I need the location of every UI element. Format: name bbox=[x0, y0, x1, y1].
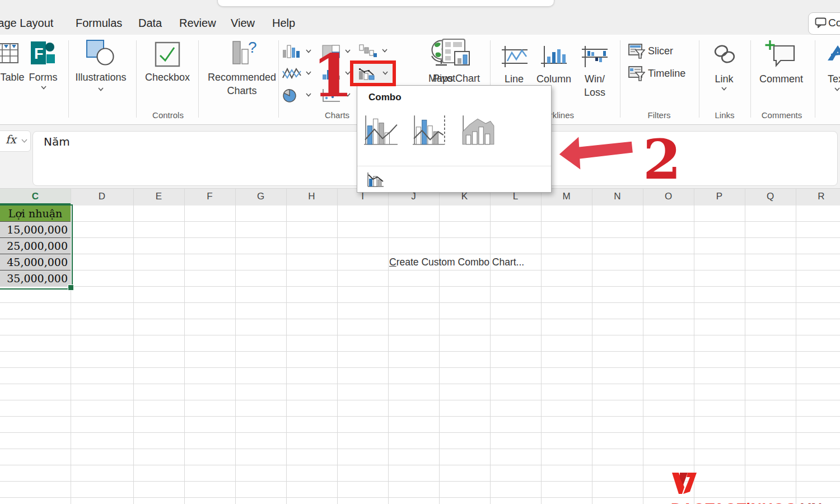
timeline-label: Timeline bbox=[648, 68, 685, 80]
forms-icon: F bbox=[30, 58, 56, 68]
column-header-R[interactable]: R bbox=[796, 191, 840, 202]
column-header-D[interactable]: D bbox=[71, 191, 133, 202]
create-custom-combo-chart-label: Create Custom Combo Chart... bbox=[389, 256, 524, 268]
winloss-sparkline-icon bbox=[581, 60, 608, 70]
annotation-arrow-left-icon bbox=[556, 128, 637, 182]
group-separator bbox=[198, 40, 199, 118]
slicer-button[interactable] bbox=[628, 44, 645, 62]
combo-thumb-stacked-area-clustered-column[interactable] bbox=[460, 114, 498, 151]
line-chart-chevron-down-icon[interactable] bbox=[306, 71, 311, 76]
column-header-C-underline bbox=[0, 203, 71, 205]
gridline-vertical bbox=[541, 188, 542, 504]
cell-value-row-4[interactable]: 35,000,000 bbox=[0, 270, 71, 287]
text-label: Text bbox=[828, 73, 840, 85]
checkbox-label: Checkbox bbox=[139, 72, 195, 83]
waterfall-chart-chevron-down-icon[interactable] bbox=[382, 49, 387, 54]
gridline-vertical bbox=[286, 188, 287, 504]
column-header-M[interactable]: M bbox=[541, 191, 592, 202]
checkbox-button[interactable] bbox=[155, 41, 180, 69]
fx-chevron-down-icon[interactable] bbox=[21, 139, 26, 144]
pivotchart-icon bbox=[441, 60, 472, 70]
waterfall-chart-icon bbox=[358, 44, 377, 58]
recommended-charts-button[interactable]: ? bbox=[230, 39, 258, 71]
illustrations-icon bbox=[85, 59, 115, 69]
insert-pie-chart-button[interactable] bbox=[282, 88, 298, 105]
insert-column-chart-button[interactable] bbox=[282, 45, 301, 60]
column-header-N[interactable]: N bbox=[592, 191, 643, 202]
comment-button[interactable] bbox=[765, 39, 796, 71]
sheet-grid[interactable] bbox=[0, 206, 840, 504]
forms-button[interactable]: F bbox=[30, 40, 56, 68]
link-chevron-down-icon[interactable] bbox=[721, 87, 726, 92]
column-header-Q[interactable]: Q bbox=[745, 191, 796, 202]
column-chart-chevron-down-icon[interactable] bbox=[306, 49, 311, 54]
selected-range: Lợi nhuận 15,000,00025,000,00045,000,000… bbox=[0, 206, 71, 287]
line-sparkline-icon bbox=[501, 60, 528, 70]
combo-dropdown-title: Combo bbox=[368, 92, 402, 103]
cell-header-loi-nhuan[interactable]: Lợi nhuận bbox=[0, 206, 71, 222]
tab-help[interactable]: Help bbox=[272, 17, 295, 31]
combo-chart-icon bbox=[358, 67, 376, 83]
column-header-J[interactable]: J bbox=[388, 191, 439, 202]
column-header-E[interactable]: E bbox=[133, 191, 184, 202]
charts-group-label: Charts bbox=[316, 110, 358, 120]
gridline-vertical bbox=[490, 188, 491, 504]
illustrations-button[interactable] bbox=[85, 39, 115, 69]
slicer-label: Slicer bbox=[648, 45, 673, 57]
column-header-H[interactable]: H bbox=[286, 191, 337, 202]
recommended-charts-label-1: Recommended bbox=[203, 72, 281, 83]
column-header-K[interactable]: K bbox=[439, 191, 490, 202]
column-sparkline-button[interactable] bbox=[540, 45, 567, 71]
column-sparkline-icon bbox=[540, 60, 567, 70]
formula-value: Năm bbox=[44, 135, 70, 148]
insert-waterfall-chart-button[interactable] bbox=[358, 44, 377, 60]
tab-data[interactable]: Data bbox=[138, 17, 162, 31]
watermark-text: DAOTAOTiNHOC bbox=[671, 501, 796, 504]
column-sparkline-label: Column bbox=[531, 73, 576, 85]
checkbox-icon bbox=[155, 59, 180, 69]
combo-thumb-clustered-column-line-secondary-axis[interactable] bbox=[412, 114, 450, 151]
cell-value-row-1[interactable]: 15,000,000 bbox=[0, 222, 71, 238]
pivotchart-button[interactable] bbox=[441, 38, 472, 71]
selection-fill-handle[interactable] bbox=[68, 284, 74, 291]
table-icon bbox=[0, 57, 19, 67]
text-chevron-down-icon[interactable] bbox=[834, 87, 839, 92]
timeline-button[interactable] bbox=[628, 66, 645, 84]
links-group-label: Links bbox=[702, 110, 747, 120]
pie-chart-chevron-down-icon[interactable] bbox=[306, 93, 311, 98]
tab-review[interactable]: Review bbox=[179, 17, 216, 31]
link-button[interactable] bbox=[711, 43, 738, 69]
illustrations-chevron-down-icon[interactable] bbox=[98, 87, 103, 92]
tab-view[interactable]: View bbox=[231, 17, 255, 31]
group-separator bbox=[136, 40, 137, 118]
column-header-I[interactable]: I bbox=[337, 191, 388, 202]
winloss-sparkline-button[interactable] bbox=[581, 45, 608, 71]
illustrations-label: Illustrations bbox=[67, 72, 134, 83]
link-label: Link bbox=[702, 73, 746, 85]
combo-thumb-clustered-column-line[interactable] bbox=[363, 114, 401, 151]
text-button[interactable] bbox=[827, 44, 840, 65]
group-separator bbox=[815, 40, 815, 118]
cell-value-row-3[interactable]: 45,000,000 bbox=[0, 254, 71, 270]
recommended-charts-icon: ? bbox=[230, 60, 258, 70]
tab-formulas[interactable]: Formulas bbox=[76, 17, 122, 31]
search-box[interactable] bbox=[217, 0, 554, 7]
insert-combo-chart-button[interactable] bbox=[353, 64, 393, 83]
column-header-L[interactable]: L bbox=[490, 191, 541, 202]
recommended-charts-label-2: Charts bbox=[203, 85, 281, 97]
insert-line-chart-button[interactable] bbox=[282, 67, 301, 82]
column-header-O[interactable]: O bbox=[643, 191, 694, 202]
combo-chart-chevron-down-icon[interactable] bbox=[382, 71, 388, 76]
line-sparkline-button[interactable] bbox=[501, 45, 528, 71]
column-header-F[interactable]: F bbox=[184, 191, 235, 202]
column-header-G[interactable]: G bbox=[235, 191, 286, 202]
column-header-C-letter[interactable]: C bbox=[0, 191, 71, 202]
winloss-sparkline-label-2: Loss bbox=[572, 87, 617, 99]
tab-page-layout[interactable]: Page Layout bbox=[0, 17, 53, 31]
group-separator bbox=[699, 40, 699, 118]
create-custom-combo-chart-item[interactable]: Create Custom Combo Chart... bbox=[357, 169, 551, 191]
cell-value-row-2[interactable]: 25,000,000 bbox=[0, 238, 71, 254]
table-button[interactable] bbox=[0, 39, 19, 67]
forms-chevron-down-icon[interactable] bbox=[41, 86, 46, 91]
column-header-P[interactable]: P bbox=[694, 191, 745, 202]
